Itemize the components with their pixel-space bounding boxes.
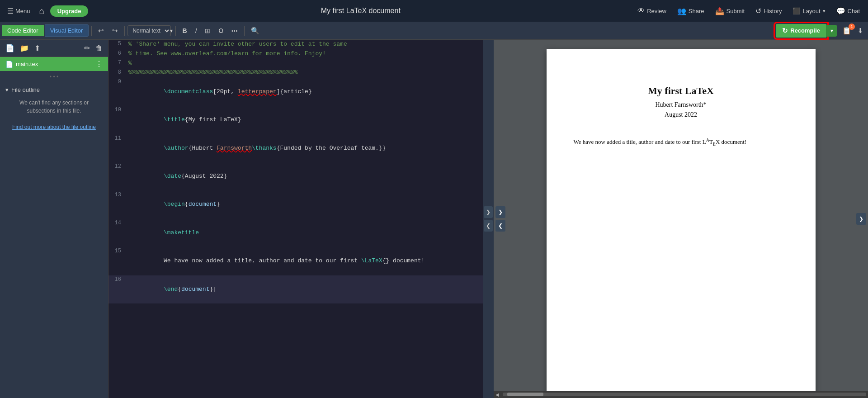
recompile-dropdown-button[interactable]: ▾ xyxy=(826,25,837,37)
scrollbar-thumb xyxy=(507,393,543,396)
layout-icon: ⬛ xyxy=(793,7,800,14)
recompile-icon: ↻ xyxy=(782,27,788,35)
line-content-9: \documentclass[20pt, letterpaper]{articl… xyxy=(125,78,483,106)
table-button[interactable]: ⊞ xyxy=(201,25,214,36)
preview-scrollbar[interactable]: ◀ xyxy=(494,391,868,398)
menu-icon: ☰ xyxy=(7,7,14,15)
file-outline-section: ▾ File outline We can't find any section… xyxy=(0,83,108,140)
new-folder-button[interactable]: 📁 xyxy=(18,42,31,54)
scrollbar-track xyxy=(503,393,866,396)
recompile-button[interactable]: ↻ Recompile xyxy=(776,24,826,38)
omega-button[interactable]: Ω xyxy=(215,25,226,36)
sidebar: 📄 📁 ⬆ ✏ 🗑 📄 main.tex ⋮ • • • ▾ xyxy=(0,40,108,398)
undo-button[interactable]: ↩ xyxy=(94,25,108,37)
preview-scroll[interactable]: My first LaTeX Hubert Farnsworth* August… xyxy=(494,40,868,391)
file-outline-header[interactable]: ▾ File outline xyxy=(5,86,103,93)
rename-button[interactable]: ✏ xyxy=(82,42,92,54)
toolbar-separator-3 xyxy=(175,26,176,36)
code-line-12: 12 \date{August 2022} xyxy=(108,162,483,190)
upload-icon: ⬆ xyxy=(34,44,40,52)
preview-pane: ❯ ❮ ❯ My first LaTeX Hubert Farnsworth* … xyxy=(494,40,868,398)
upload-button[interactable]: ⬆ xyxy=(33,42,42,54)
code-editor[interactable]: 5 % 'Share' menu, you can invite other u… xyxy=(108,40,483,398)
new-file-button[interactable]: 📄 xyxy=(4,42,16,54)
review-button[interactable]: 👁 Review xyxy=(633,5,671,17)
layout-chevron-icon: ▾ xyxy=(823,8,826,14)
share-icon: 👥 xyxy=(677,7,686,15)
code-line-14: 14 \maketitle xyxy=(108,219,483,247)
layout-label: Layout xyxy=(802,8,820,14)
format-chevron-icon: ▾ xyxy=(170,28,173,34)
code-line-16: 16 \end{document}| xyxy=(108,275,483,303)
home-button[interactable]: ⌂ xyxy=(36,4,48,18)
line-number-13: 13 xyxy=(108,191,125,219)
line-number-16: 16 xyxy=(108,275,125,303)
redo-button[interactable]: ↪ xyxy=(108,25,122,37)
next-page-button[interactable]: ❮ xyxy=(495,220,505,232)
pane-divider: ❯ ❮ xyxy=(483,40,494,398)
menu-button[interactable]: ☰ Menu xyxy=(4,5,34,17)
chat-button[interactable]: 💬 Chat xyxy=(832,5,864,18)
nav-right-section: 👁 Review 👥 Share 📤 Submit ↺ History ⬛ La… xyxy=(633,5,864,18)
collapse-editor-button[interactable]: ❯ xyxy=(484,206,493,218)
share-button[interactable]: 👥 Share xyxy=(673,5,709,18)
pdf-title: My first LaTeX xyxy=(648,85,714,97)
preview-toggle-button[interactable]: ❯ xyxy=(856,213,866,225)
line-number-9: 9 xyxy=(108,78,125,106)
more-button[interactable]: ••• xyxy=(228,26,242,35)
recompile-label: Recompile xyxy=(790,27,820,34)
file-context-menu-button[interactable]: ⋮ xyxy=(95,60,103,68)
download-icon: ⬇ xyxy=(858,27,863,34)
line-content-13: \begin{document} xyxy=(125,191,483,219)
format-select[interactable]: Normal text xyxy=(127,25,171,36)
search-button[interactable]: 🔍 xyxy=(247,25,263,37)
delete-button[interactable]: 🗑 xyxy=(94,43,104,54)
sidebar-dots: • • • xyxy=(0,71,108,83)
line-content-11: \author{Hubert Farnsworth\thanks{Funded … xyxy=(125,134,483,162)
document-title: My first LaTeX document xyxy=(321,7,401,14)
outline-empty-text: We can't find any sections or subsection… xyxy=(19,100,89,114)
submit-button[interactable]: 📤 Submit xyxy=(711,5,749,18)
code-editor-tab[interactable]: Code Editor xyxy=(2,25,44,36)
code-line-5: 5 % 'Share' menu, you can invite other u… xyxy=(108,40,483,49)
submit-icon: 📤 xyxy=(715,7,724,15)
line-content-5: % 'Share' menu, you can invite other use… xyxy=(125,40,483,49)
layout-button[interactable]: ⬛ Layout ▾ xyxy=(788,5,830,17)
file-item-main-tex[interactable]: 📄 main.tex ⋮ xyxy=(0,57,108,71)
bold-button[interactable]: B xyxy=(179,25,190,36)
italic-button[interactable]: I xyxy=(192,25,201,36)
pdf-date: August 2022 xyxy=(665,111,697,118)
pdf-body: We have now added a title, author and da… xyxy=(574,137,788,148)
download-pdf-button[interactable]: ⬇ xyxy=(855,25,866,37)
collapse-preview-button[interactable]: ❮ xyxy=(484,220,493,232)
line-number-7: 7 xyxy=(108,59,125,68)
undo-icon: ↩ xyxy=(98,27,104,35)
main-content: 📄 📁 ⬆ ✏ 🗑 📄 main.tex ⋮ • • • ▾ xyxy=(0,40,868,398)
pdf-page: My first LaTeX Hubert Farnsworth* August… xyxy=(547,49,816,391)
review-icon: 👁 xyxy=(637,7,645,15)
line-content-6: % time. See www.overleaf.com/learn for m… xyxy=(125,49,483,59)
code-line-11: 11 \author{Hubert Farnsworth\thanks{Fund… xyxy=(108,134,483,162)
history-icon: ↺ xyxy=(755,7,761,15)
upgrade-button[interactable]: Upgrade xyxy=(50,5,89,17)
editor-toolbar: Code Editor Visual Editor ↩ ↪ Normal tex… xyxy=(0,22,868,40)
redo-icon: ↪ xyxy=(112,27,118,35)
prev-page-button[interactable]: ❯ xyxy=(495,206,505,218)
chat-label: Chat xyxy=(848,8,860,14)
code-line-7: 7 % xyxy=(108,59,483,68)
outline-learn-more-link[interactable]: Find out more about the file outline xyxy=(12,124,96,130)
code-line-8: 8 %%%%%%%%%%%%%%%%%%%%%%%%%%%%%%%%%%%%%%… xyxy=(108,68,483,78)
table-icon: ⊞ xyxy=(205,27,210,34)
line-number-10: 10 xyxy=(108,106,125,134)
line-content-16: \end{document}| xyxy=(125,275,483,303)
recompile-group: ↻ Recompile ▾ xyxy=(776,24,837,38)
chat-icon: 💬 xyxy=(836,7,845,15)
omega-icon: Ω xyxy=(218,27,223,34)
history-button[interactable]: ↺ History xyxy=(751,5,786,18)
code-line-10: 10 \title{My first LaTeX} xyxy=(108,106,483,134)
notifications-button[interactable]: 📋 xyxy=(840,24,854,37)
visual-editor-tab[interactable]: Visual Editor xyxy=(45,24,89,37)
line-content-8: %%%%%%%%%%%%%%%%%%%%%%%%%%%%%%%%%%%%%%%%… xyxy=(125,68,483,78)
line-content-14: \maketitle xyxy=(125,219,483,247)
line-number-6: 6 xyxy=(108,49,125,59)
